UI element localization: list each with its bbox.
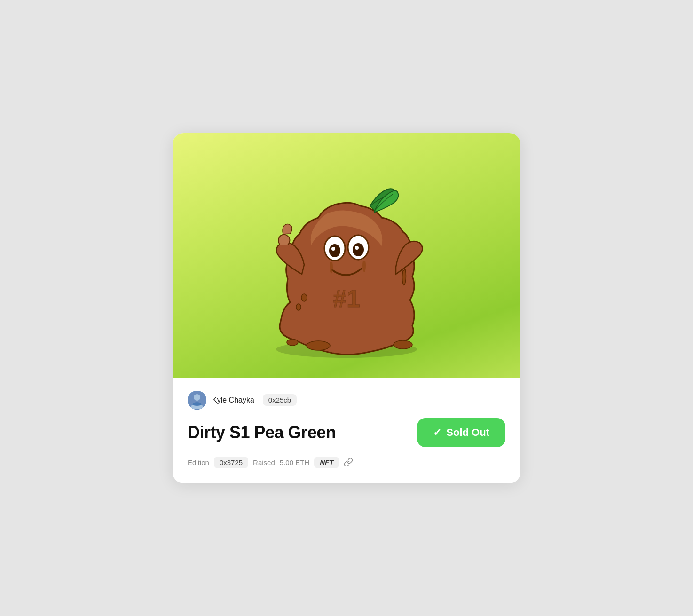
svg-point-10 xyxy=(307,341,330,350)
svg-point-14 xyxy=(194,394,200,401)
sold-out-label: Sold Out xyxy=(446,426,489,439)
nft-card: #1 xyxy=(173,133,520,483)
avatar xyxy=(188,391,206,410)
svg-point-1 xyxy=(301,294,307,301)
edition-value: 0x3725 xyxy=(214,457,248,468)
svg-point-5 xyxy=(331,247,335,251)
nft-artwork: #1 xyxy=(257,161,436,359)
check-icon: ✓ xyxy=(433,426,441,439)
svg-point-12 xyxy=(287,339,298,346)
creator-name: Kyle Chayka xyxy=(212,396,254,404)
svg-point-4 xyxy=(329,244,340,257)
svg-point-7 xyxy=(353,243,364,256)
link-icon[interactable] xyxy=(344,458,353,467)
card-body: Kyle Chayka 0x25cb Dirty S1 Pea Green ✓ … xyxy=(173,378,520,483)
raised-label: Raised xyxy=(253,458,275,466)
svg-point-2 xyxy=(296,304,301,310)
creator-address: 0x25cb xyxy=(263,394,297,406)
meta-row: Edition 0x3725 Raised 5.00 ETH NFT xyxy=(188,457,505,468)
svg-point-8 xyxy=(355,246,359,250)
nft-badge: NFT xyxy=(314,457,339,468)
svg-text:#1: #1 xyxy=(333,285,360,312)
edition-label: Edition xyxy=(188,458,209,466)
sold-out-button[interactable]: ✓ Sold Out xyxy=(417,418,505,447)
creator-row: Kyle Chayka 0x25cb xyxy=(188,391,505,410)
nft-title: Dirty S1 Pea Green xyxy=(188,423,336,442)
artwork-container: #1 xyxy=(173,133,520,378)
raised-value: 5.00 ETH xyxy=(280,458,309,466)
svg-point-11 xyxy=(394,340,412,349)
title-row: Dirty S1 Pea Green ✓ Sold Out xyxy=(188,418,505,447)
